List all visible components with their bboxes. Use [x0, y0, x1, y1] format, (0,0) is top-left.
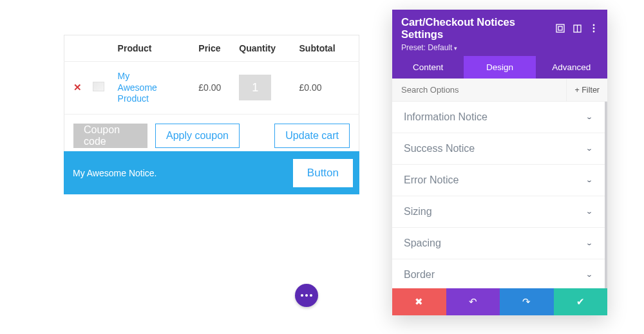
chevron-down-icon: ⌄: [585, 113, 593, 120]
undo-button[interactable]: ↶: [446, 288, 500, 315]
col-quantity: Quantity: [239, 35, 299, 62]
section-success-notice[interactable]: Success Notice ⌄: [392, 133, 605, 165]
coupon-code-input[interactable]: Coupon code: [73, 124, 147, 148]
section-spacing[interactable]: Spacing ⌄: [392, 228, 605, 259]
notice-button[interactable]: Button: [293, 159, 353, 187]
cart-container: Product Price Quantity Subtotal ✕ My Awe…: [64, 35, 359, 158]
product-link[interactable]: My Awesome Product: [118, 71, 169, 105]
chevron-down-icon: ⌄: [585, 239, 593, 246]
cart-table: Product Price Quantity Subtotal ✕ My Awe…: [64, 35, 359, 158]
notice-bar: My Awesome Notice. Button: [64, 151, 359, 194]
svg-rect-1: [558, 26, 562, 30]
search-input[interactable]: [392, 79, 566, 101]
col-subtotal: Subtotal: [299, 35, 359, 62]
check-icon: ✔: [576, 296, 585, 308]
col-product: Product: [118, 35, 199, 62]
svg-point-5: [593, 28, 595, 30]
section-information-notice[interactable]: Information Notice ⌄: [392, 102, 605, 133]
chevron-down-icon: ⌄: [585, 145, 593, 152]
svg-rect-0: [556, 24, 564, 32]
panel-title: Cart/Checkout Notices Settings: [401, 16, 548, 41]
tab-design[interactable]: Design: [464, 56, 535, 79]
discard-button[interactable]: ✖: [392, 288, 446, 315]
more-options-fab[interactable]: [295, 284, 318, 307]
panel-action-bar: ✖ ↶ ↷ ✔: [392, 288, 607, 315]
table-row: ✕ My Awesome Product £0.00 1 £0.00: [64, 62, 359, 115]
chevron-down-icon: ⌄: [585, 176, 593, 183]
panel-header: Cart/Checkout Notices Settings Preset: D…: [392, 10, 607, 56]
undo-icon: ↶: [469, 296, 477, 308]
subtotal-cell: £0.00: [299, 62, 359, 115]
section-sizing[interactable]: Sizing ⌄: [392, 196, 605, 228]
expand-icon[interactable]: [556, 24, 565, 33]
dots-icon: [301, 294, 303, 297]
chevron-down-icon: ⌄: [585, 271, 593, 278]
help-icon[interactable]: [573, 24, 582, 33]
col-price: Price: [198, 35, 239, 62]
tab-content[interactable]: Content: [392, 56, 464, 79]
close-icon: ✖: [415, 296, 423, 308]
svg-point-6: [593, 31, 595, 33]
tab-advanced[interactable]: Advanced: [536, 56, 607, 79]
search-row: + Filter: [392, 79, 607, 102]
price-cell: £0.00: [198, 62, 239, 115]
settings-panel: Cart/Checkout Notices Settings Preset: D…: [392, 10, 607, 315]
kebab-menu-icon[interactable]: [589, 24, 598, 33]
panel-tabs: Content Design Advanced: [392, 56, 607, 79]
svg-point-4: [593, 24, 595, 26]
section-border[interactable]: Border ⌄: [392, 259, 605, 288]
product-thumbnail: [93, 82, 104, 91]
sections-list[interactable]: Information Notice ⌄ Success Notice ⌄ Er…: [392, 102, 607, 288]
save-button[interactable]: ✔: [554, 288, 608, 315]
remove-item-icon[interactable]: ✕: [73, 82, 82, 93]
redo-button[interactable]: ↷: [500, 288, 554, 315]
chevron-down-icon: ⌄: [585, 208, 593, 215]
section-error-notice[interactable]: Error Notice ⌄: [392, 165, 605, 196]
update-cart-button[interactable]: Update cart: [274, 124, 350, 148]
preset-dropdown[interactable]: Preset: Default: [401, 43, 598, 52]
apply-coupon-button[interactable]: Apply coupon: [155, 124, 240, 148]
filter-button[interactable]: + Filter: [566, 79, 607, 101]
quantity-input[interactable]: 1: [239, 75, 271, 100]
redo-icon: ↷: [522, 296, 531, 308]
notice-text: My Awesome Notice.: [73, 168, 156, 178]
